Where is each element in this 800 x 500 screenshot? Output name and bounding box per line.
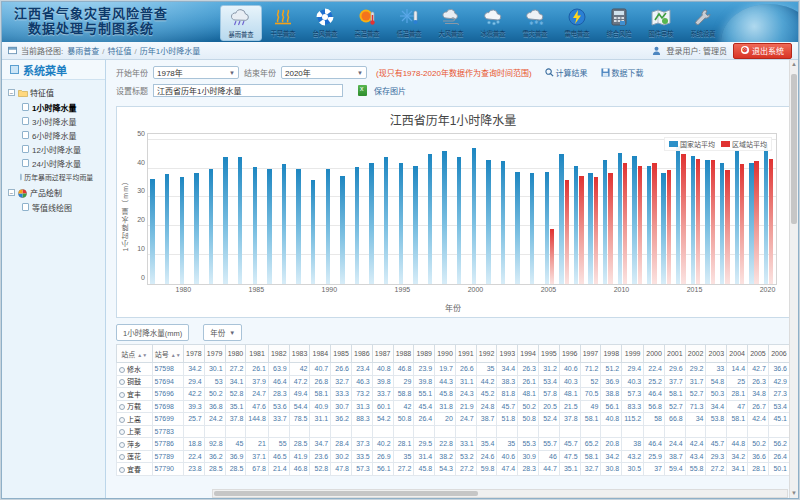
column-header-year[interactable]: 1980 — [225, 345, 246, 363]
sidebar-group-products[interactable]: −产品绘制 — [8, 187, 103, 198]
row-expand-icon[interactable] — [119, 367, 125, 373]
column-header-year[interactable]: 2005 — [748, 345, 769, 363]
toolbar-item-gale[interactable]: 大风普查 — [430, 5, 472, 39]
column-header-year[interactable]: 1993 — [497, 345, 518, 363]
table-row[interactable]: 铜鼓5769429.45334.137.946.447.226.832.746.… — [117, 375, 790, 388]
column-header-year[interactable]: 1984 — [310, 345, 331, 363]
tree-expand-icon[interactable]: − — [8, 189, 15, 196]
column-header-year[interactable]: 1990 — [435, 345, 456, 363]
toolbar-item-wrench[interactable]: 系统设置 — [682, 5, 724, 39]
sidebar-group-features[interactable]: −特征值 — [8, 87, 103, 98]
column-header-year[interactable]: 1978 — [183, 345, 204, 363]
column-header-year[interactable]: 1979 — [204, 345, 225, 363]
row-expand-icon[interactable] — [119, 417, 125, 423]
column-header-year[interactable]: 1994 — [518, 345, 539, 363]
toolbar-item-low-temp[interactable]: 低温普查 — [388, 5, 430, 39]
column-header-year[interactable]: 1987 — [372, 345, 393, 363]
row-expand-icon[interactable] — [119, 454, 125, 460]
value-cell: 29 — [393, 375, 414, 388]
year-filter-select[interactable]: 年份▼ — [203, 324, 242, 341]
table-row[interactable]: 上高5769925.724.237.8144.833.778.531.136.2… — [117, 413, 790, 426]
download-button[interactable]: 数据下载 — [601, 67, 644, 78]
row-expand-icon[interactable] — [119, 429, 125, 435]
value-cell: 53.8 — [706, 413, 727, 426]
table-row[interactable]: 宜丰5769642.250.252.824.728.349.458.133.37… — [117, 388, 790, 401]
sidebar-item-12小时降水量[interactable]: 12小时降水量 — [8, 142, 103, 156]
column-header-year[interactable]: 2003 — [706, 345, 727, 363]
value-cell — [601, 425, 622, 438]
toolbar-item-map[interactable]: 图件审核 — [640, 5, 682, 39]
sidebar-group-label: 产品绘制 — [30, 187, 62, 198]
column-header-year[interactable]: 1991 — [455, 345, 476, 363]
breadcrumb: 暴雨普查/特征值/历年1小时降水量 — [67, 45, 200, 56]
table-row[interactable]: 宜春5779023.828.528.567.821.446.852.847.85… — [117, 463, 790, 476]
start-year-select[interactable]: 1978年▼ — [153, 66, 239, 79]
national-bar-2009 — [603, 160, 607, 284]
scroll-down-icon[interactable]: ▼ — [790, 489, 798, 498]
column-header-year[interactable]: 2006 — [768, 345, 789, 363]
row-expand-icon[interactable] — [119, 392, 125, 398]
table-row[interactable]: 上栗57783 — [117, 425, 790, 438]
row-expand-icon[interactable] — [119, 442, 125, 448]
row-expand-icon[interactable] — [119, 379, 125, 385]
tree-expand-icon[interactable]: − — [8, 89, 15, 96]
table-row[interactable]: 莲花5778922.436.236.937.146.541.923.630.23… — [117, 450, 790, 463]
column-header-year[interactable]: 2001 — [664, 345, 685, 363]
table-row[interactable]: 萍乡5778618.892.845215528.534.728.437.340.… — [117, 438, 790, 451]
column-header-year[interactable]: 1981 — [246, 345, 269, 363]
sidebar-item-历年暴雨过程平均雨量[interactable]: 历年暴雨过程平均雨量 — [8, 171, 90, 183]
column-header-year[interactable]: 1996 — [559, 345, 580, 363]
scroll-up-icon[interactable]: ▲ — [790, 60, 798, 69]
toolbar-item-lightning[interactable]: 雷电普查 — [556, 5, 598, 39]
sidebar-item-24小时降水量[interactable]: 24小时降水量 — [8, 156, 103, 170]
table-scroll-region[interactable]: 站点 ▲▼站号 ▲▼197819791980198119821983198419… — [116, 344, 790, 480]
toolbar-item-typhoon[interactable]: 台风普查 — [304, 5, 346, 39]
column-header-year[interactable]: 1989 — [414, 345, 435, 363]
vertical-scrollbar[interactable]: ▲ ▼ — [789, 60, 798, 498]
logout-button[interactable]: ⊗ 退出系统 — [733, 43, 792, 59]
chart-title-input[interactable] — [153, 84, 343, 97]
metric-button[interactable]: 1小时降水量(mm) — [116, 324, 189, 341]
column-header-year[interactable]: 2000 — [644, 345, 665, 363]
toolbar-item-snow[interactable]: ✱✱✱雪灾普查 — [514, 5, 556, 39]
horizontal-scrollbar[interactable] — [212, 489, 788, 498]
breadcrumb-segment[interactable]: 特征值 — [107, 47, 131, 56]
column-header-year[interactable]: 1988 — [393, 345, 414, 363]
row-expand-icon[interactable] — [119, 404, 125, 410]
sidebar-item-3小时降水量[interactable]: 3小时降水量 — [8, 114, 103, 128]
toolbar-item-rain-cloud[interactable]: 暴雨普查 — [220, 5, 262, 41]
column-header-year[interactable]: 1992 — [476, 345, 497, 363]
toolbar-item-hail[interactable]: 冰雹普查 — [472, 5, 514, 39]
column-header-year[interactable]: 1995 — [539, 345, 560, 363]
column-header-year[interactable]: 1982 — [268, 345, 289, 363]
regional-bar-2009 — [608, 173, 612, 284]
regional-bar-2008 — [594, 177, 598, 284]
column-header-year[interactable]: 1985 — [331, 345, 352, 363]
column-header-year[interactable]: 1999 — [622, 345, 644, 363]
column-header-站号[interactable]: 站号 ▲▼ — [152, 345, 183, 363]
national-bar-1990 — [326, 169, 330, 284]
column-header-year[interactable]: 1983 — [289, 345, 310, 363]
row-expand-icon[interactable] — [119, 467, 125, 473]
toolbar-item-high-temp[interactable]: 高温普查 — [346, 5, 388, 39]
table-row[interactable]: 万载5769839.336.835.147.653.654.440.930.73… — [117, 400, 790, 413]
sidebar-item-等值线绘图[interactable]: 等值线绘图 — [8, 200, 103, 214]
column-header-year[interactable]: 1997 — [580, 345, 601, 363]
column-header-year[interactable]: 2004 — [727, 345, 748, 363]
toolbar-item-calculator[interactable]: 综合风险 — [598, 5, 640, 39]
end-year-select[interactable]: 2020年▼ — [281, 66, 367, 79]
value-cell: 30.1 — [204, 363, 225, 376]
sidebar-item-1小时降水量[interactable]: 1小时降水量 — [8, 100, 103, 114]
table-row[interactable]: 修水5759834.230.127.226.163.94240.726.623.… — [117, 363, 790, 376]
column-header-year[interactable]: 2002 — [685, 345, 706, 363]
column-header-year[interactable]: 1998 — [601, 345, 622, 363]
calculate-button[interactable]: 计算结果 — [545, 67, 588, 78]
value-cell — [331, 425, 352, 438]
toolbar-item-drought[interactable]: 干旱普查 — [262, 5, 304, 39]
save-image-button[interactable]: 保存图片 — [374, 85, 406, 96]
sidebar-item-6小时降水量[interactable]: 6小时降水量 — [8, 128, 103, 142]
column-header-站点[interactable]: 站点 ▲▼ — [117, 345, 153, 363]
column-header-year[interactable]: 1986 — [351, 345, 372, 363]
breadcrumb-segment[interactable]: 历年1小时降水量 — [140, 47, 200, 56]
breadcrumb-segment[interactable]: 暴雨普查 — [67, 47, 99, 56]
